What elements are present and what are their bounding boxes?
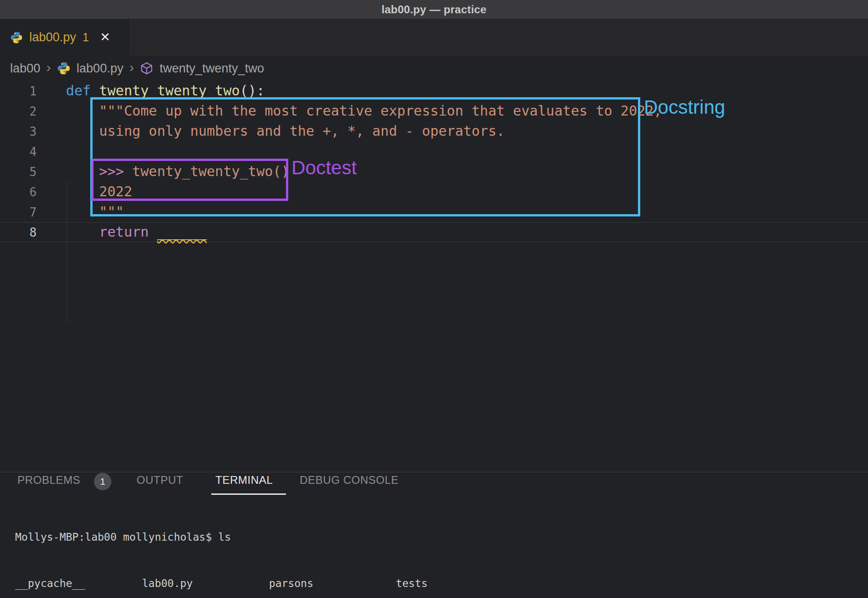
line-number: 6 xyxy=(0,182,37,202)
code-token: twenty_twenty_two xyxy=(99,83,240,99)
code-text: 2022 xyxy=(66,182,132,202)
line-number: 8 xyxy=(0,222,37,243)
code-line[interactable]: 4 xyxy=(0,141,868,161)
panel-tab-output[interactable]: OUTPUT xyxy=(137,474,183,487)
panel-divider xyxy=(0,472,868,472)
terminal-line: __pycache__ lab00.py parsons tests xyxy=(15,576,748,592)
line-number: 4 xyxy=(0,142,37,162)
code-text: >>> twenty_twenty_two() xyxy=(66,161,290,182)
code-text: using only numbers and the +, *, and - o… xyxy=(66,121,505,141)
doctest-annotation-label: Doctest xyxy=(291,157,357,179)
code-line[interactable]: 8 return ______ xyxy=(0,222,868,242)
code-token: ______ xyxy=(157,224,207,240)
window-titlebar: lab00.py — practice xyxy=(0,0,868,19)
close-icon[interactable]: ✕ xyxy=(100,31,110,44)
indent-guide xyxy=(66,182,67,323)
code-line[interactable]: 5 >>> twenty_twenty_two() xyxy=(0,161,868,182)
line-number: 1 xyxy=(0,81,37,101)
symbol-method-icon xyxy=(140,61,154,75)
editor-tab-lab00[interactable]: lab00.py 1 ✕ xyxy=(0,19,129,56)
tab-filename: lab00.py xyxy=(29,30,76,44)
panel-tab-debug-console[interactable]: DEBUG CONSOLE xyxy=(300,474,399,487)
terminal-output[interactable]: Mollys-MBP:lab00 mollynicholas$ ls __pyc… xyxy=(15,499,748,598)
breadcrumb-item-file[interactable]: lab00.py xyxy=(77,61,123,76)
code-editor[interactable]: 1def twenty_twenty_two():2 """Come up wi… xyxy=(0,81,868,472)
code-token xyxy=(149,224,157,240)
line-number: 5 xyxy=(0,162,37,182)
line-number: 3 xyxy=(0,122,37,142)
terminal-active-underline xyxy=(211,493,286,495)
code-token xyxy=(66,163,99,179)
breadcrumb-item-symbol[interactable]: twenty_twenty_two xyxy=(159,61,264,76)
code-token: return xyxy=(99,224,148,240)
breadcrumb-item-folder[interactable]: lab00 xyxy=(10,61,40,76)
panel-tab-terminal[interactable]: TERMINAL xyxy=(215,474,273,487)
code-token xyxy=(91,83,99,99)
code-token: 2022 xyxy=(66,183,132,199)
python-icon xyxy=(10,31,23,44)
code-token: using only numbers and the +, *, and - o… xyxy=(66,123,505,139)
code-text: """Come up with the most creative expres… xyxy=(66,101,662,121)
code-line[interactable]: 1def twenty_twenty_two(): xyxy=(0,81,868,101)
line-number: 2 xyxy=(0,101,37,122)
code-line[interactable]: 6 2022 xyxy=(0,182,868,202)
docstring-annotation-label: Docstring xyxy=(644,96,725,118)
code-token: def xyxy=(66,83,91,99)
code-token: (): xyxy=(240,83,264,99)
code-text: def twenty_twenty_two(): xyxy=(66,81,264,101)
editor-tab-strip: lab00.py 1 ✕ xyxy=(0,19,868,56)
code-token: >>> xyxy=(99,163,124,179)
code-token: """ xyxy=(66,204,124,220)
code-line[interactable]: 2 """Come up with the most creative expr… xyxy=(0,101,868,121)
tab-problem-count-badge: 1 xyxy=(82,31,89,44)
code-rows: 1def twenty_twenty_two():2 """Come up wi… xyxy=(0,81,868,242)
breadcrumb: lab00 › lab00.py › twenty_twenty_two xyxy=(0,56,868,81)
chevron-right-icon: › xyxy=(46,61,51,74)
window-title: lab00.py — practice xyxy=(381,3,486,16)
panel-tab-problems[interactable]: PROBLEMS xyxy=(17,474,80,487)
code-line[interactable]: 3 using only numbers and the +, *, and -… xyxy=(0,121,868,141)
code-token: """Come up with the most creative expres… xyxy=(66,103,662,119)
terminal-line: Mollys-MBP:lab00 mollynicholas$ ls xyxy=(15,530,748,545)
code-text: """ xyxy=(66,202,124,222)
problems-count-badge: 1 xyxy=(94,473,111,490)
code-token: twenty_twenty_two() xyxy=(124,163,289,179)
code-line[interactable]: 7 """ xyxy=(0,202,868,222)
chevron-right-icon: › xyxy=(129,61,134,74)
vscode-window: lab00.py — practice lab00.py 1 ✕ lab00 ›… xyxy=(0,0,868,598)
line-number: 7 xyxy=(0,202,37,222)
python-icon xyxy=(57,61,71,75)
code-text: return ______ xyxy=(66,222,207,242)
code-token xyxy=(66,224,99,240)
